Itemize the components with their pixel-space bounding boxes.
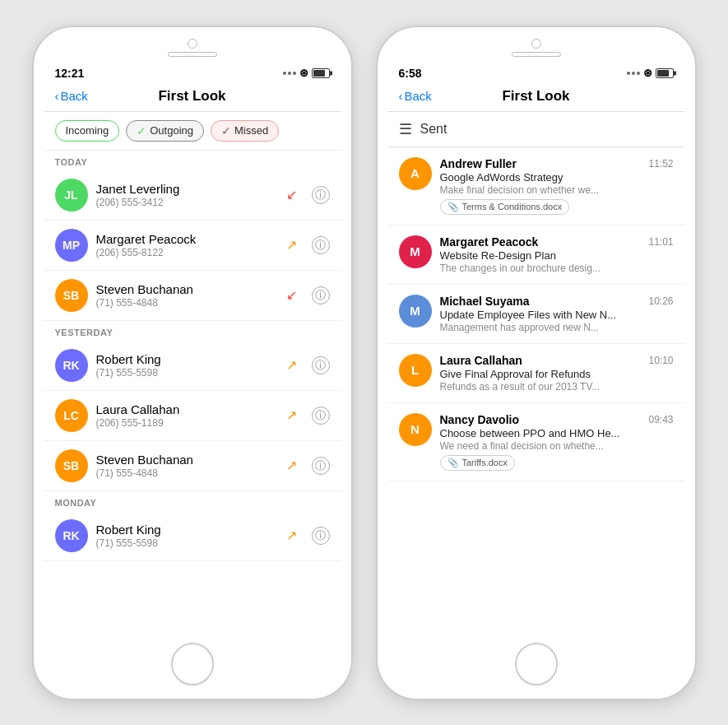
avatar-steven-b2: SB: [55, 449, 88, 482]
email-time-laura-email: 10:10: [648, 355, 673, 366]
email-name-laura-email: Laura Callahan: [440, 354, 522, 367]
phone-1: 12:21 ⊛ ‹ Back: [32, 26, 353, 700]
menu-header: ☰ Sent: [387, 112, 685, 147]
email-content-laura-email: Laura Callahan 10:10 Give Final Approval…: [440, 354, 674, 393]
arrow-steven-b2: ↗: [286, 458, 297, 473]
filter-incoming[interactable]: Incoming: [55, 120, 120, 142]
name-laura: Laura Callahan: [96, 402, 278, 416]
nav-bar-2: ‹ Back First Look: [387, 83, 685, 112]
paperclip-icon-andrew: 📎: [447, 202, 459, 212]
phone-laura: (206) 555-1189: [96, 417, 278, 429]
missed-label: Missed: [234, 124, 268, 137]
name-robert-k2: Robert King: [96, 523, 278, 537]
avatar-andrew: A: [399, 157, 432, 190]
info-btn-laura[interactable]: ⓘ: [312, 407, 330, 425]
back-button-2[interactable]: ‹ Back: [399, 89, 432, 103]
section-yesterday: YESTERDAY: [44, 321, 341, 341]
email-item-laura-email[interactable]: L Laura Callahan 10:10 Give Final Approv…: [387, 344, 685, 403]
info-btn-steven-b1[interactable]: ⓘ: [312, 286, 330, 304]
phone-top-2: [378, 27, 695, 62]
status-bar-1: 12:21 ⊛: [44, 62, 341, 83]
status-icons-1: ⊛: [283, 67, 330, 79]
nav-title-1: First Look: [158, 88, 225, 105]
email-content-nancy: Nancy Davolio 09:43 Choose between PPO a…: [440, 413, 674, 471]
call-item-steven-b2[interactable]: SB Steven Buchanan (71) 555-4848 ↗ ⓘ: [44, 441, 341, 491]
email-header-andrew: Andrew Fuller 11:52: [440, 157, 674, 170]
email-subject-michael: Update Employee Files with New N...: [440, 309, 674, 321]
attachment-andrew: 📎 Terms & Conditions.docx: [440, 199, 570, 215]
status-time-1: 12:21: [55, 67, 85, 80]
email-list: A Andrew Fuller 11:52 Google AdWords Str…: [387, 147, 685, 633]
camera-1: [188, 39, 197, 49]
email-item-andrew[interactable]: A Andrew Fuller 11:52 Google AdWords Str…: [387, 147, 685, 225]
status-icons-2: ⊛: [627, 67, 674, 79]
paperclip-icon-nancy: 📎: [447, 458, 459, 468]
call-item-laura[interactable]: LC Laura Callahan (206) 555-1189 ↗ ⓘ: [44, 391, 341, 441]
avatar-robert-k1: RK: [55, 349, 88, 382]
email-content-andrew: Andrew Fuller 11:52 Google AdWords Strat…: [440, 157, 674, 215]
email-content-margaret: Margaret Peacock 11:01 Website Re-Design…: [440, 235, 674, 274]
email-header-margaret: Margaret Peacock 11:01: [440, 235, 674, 249]
arrow-janet: ↙: [286, 187, 297, 202]
chevron-left-icon-2: ‹: [399, 89, 403, 103]
chevron-left-icon-1: ‹: [55, 89, 59, 103]
nav-title-2: First Look: [502, 88, 569, 105]
back-label-2: Back: [405, 89, 432, 103]
phone-top-1: [34, 27, 351, 62]
email-item-nancy[interactable]: N Nancy Davolio 09:43 Choose between PPO…: [387, 403, 685, 481]
phone-margaret-p: (206) 555-8122: [96, 247, 278, 258]
call-info-laura: Laura Callahan (206) 555-1189: [96, 402, 278, 429]
arrow-margaret-p: ↗: [286, 237, 297, 253]
name-steven-b1: Steven Buchanan: [96, 282, 278, 296]
scene: 12:21 ⊛ ‹ Back: [16, 9, 713, 717]
back-button-1[interactable]: ‹ Back: [55, 89, 88, 103]
email-time-margaret: 11:01: [648, 236, 673, 248]
call-info-steven-b1: Steven Buchanan (71) 555-4848: [96, 282, 278, 309]
outgoing-label: Outgoing: [150, 124, 193, 137]
info-btn-robert-k1[interactable]: ⓘ: [312, 356, 330, 374]
arrow-robert-k1: ↗: [286, 357, 297, 373]
speaker-2: [512, 52, 561, 57]
call-item-janet[interactable]: JL Janet Leverling (206) 555-3412 ↙ ⓘ: [44, 170, 341, 221]
avatar-michael: M: [399, 295, 432, 328]
wifi-icon-1: ⊛: [299, 67, 308, 79]
battery-fill-1: [313, 70, 325, 77]
nav-bar-1: ‹ Back First Look: [44, 83, 341, 112]
dot-6: [637, 72, 640, 75]
info-btn-steven-b2[interactable]: ⓘ: [312, 457, 330, 475]
battery-fill-2: [657, 70, 669, 77]
call-item-robert-k2[interactable]: RK Robert King (71) 555-5598 ↗ ⓘ: [44, 511, 341, 561]
arrow-steven-b1: ↙: [286, 287, 297, 303]
info-btn-margaret-p[interactable]: ⓘ: [312, 236, 330, 254]
email-subject-margaret: Website Re-Design Plan: [440, 249, 674, 262]
email-preview-michael: Management has approved new N...: [440, 322, 674, 333]
email-header-michael: Michael Suyama 10:26: [440, 295, 674, 308]
call-item-steven-b1[interactable]: SB Steven Buchanan (71) 555-4848 ↙ ⓘ: [44, 271, 341, 321]
email-item-michael[interactable]: M Michael Suyama 10:26 Update Employee F…: [387, 285, 685, 344]
home-button-1[interactable]: [171, 643, 214, 685]
avatar-laura: LC: [55, 399, 88, 432]
avatar-janet: JL: [55, 179, 88, 211]
email-time-andrew: 11:52: [648, 158, 673, 170]
section-today: TODAY: [44, 151, 341, 170]
name-steven-b2: Steven Buchanan: [96, 453, 278, 467]
dot-4: [627, 72, 630, 75]
call-item-margaret-p[interactable]: MP Margaret Peacock (206) 555-8122 ↗ ⓘ: [44, 221, 341, 271]
filter-missed[interactable]: ✓ Missed: [211, 120, 279, 142]
filter-outgoing[interactable]: ✓ Outgoing: [126, 120, 204, 142]
call-info-janet: Janet Leverling (206) 555-3412: [96, 182, 278, 208]
call-item-robert-k1[interactable]: RK Robert King (71) 555-5598 ↗ ⓘ: [44, 341, 341, 391]
call-info-robert-k1: Robert King (71) 555-5598: [96, 352, 278, 379]
avatar-laura-email: L: [399, 354, 432, 387]
phone-robert-k1: (71) 555-5598: [96, 367, 278, 379]
phone-robert-k2: (71) 555-5598: [96, 537, 278, 549]
email-name-andrew: Andrew Fuller: [440, 157, 517, 170]
hamburger-icon[interactable]: ☰: [399, 120, 412, 138]
email-item-margaret[interactable]: M Margaret Peacock 11:01 Website Re-Desi…: [387, 225, 685, 285]
email-subject-andrew: Google AdWords Strategy: [440, 171, 674, 184]
email-name-nancy: Nancy Davolio: [440, 413, 519, 426]
home-button-2[interactable]: [515, 643, 558, 685]
info-btn-janet[interactable]: ⓘ: [312, 186, 330, 204]
info-btn-robert-k2[interactable]: ⓘ: [312, 527, 330, 545]
signal-dots-1: [283, 72, 296, 75]
